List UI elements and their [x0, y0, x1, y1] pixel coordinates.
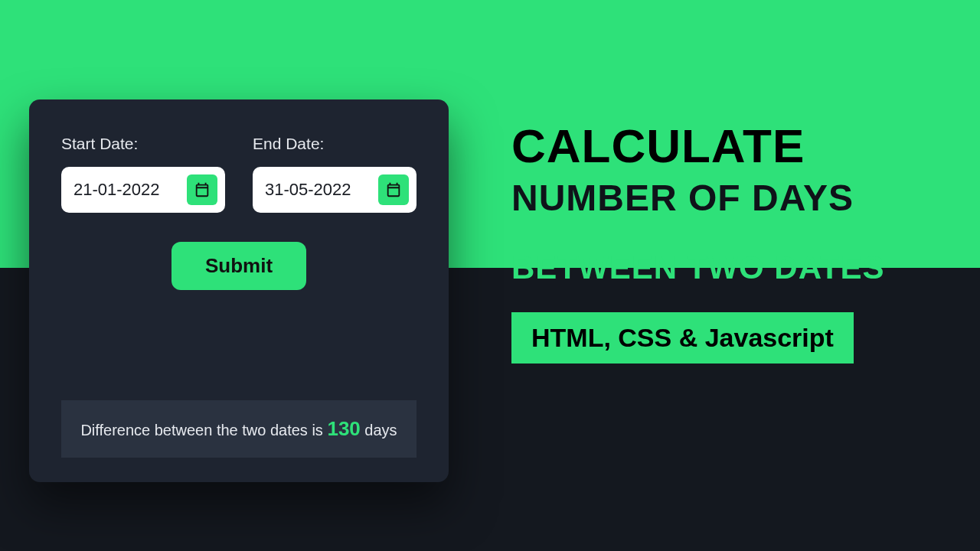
start-date-input[interactable]: 21-01-2022 — [61, 167, 225, 213]
end-date-input[interactable]: 31-05-2022 — [253, 167, 416, 213]
headline-line-3: BETWEEN TWO DATES — [511, 251, 956, 285]
end-date-value: 31-05-2022 — [265, 180, 351, 200]
result-prefix: Difference between the two dates is — [80, 422, 327, 439]
end-date-field: End Date: 31-05-2022 — [253, 135, 416, 213]
calendar-icon[interactable] — [187, 174, 217, 205]
date-inputs-row: Start Date: 21-01-2022 End Date: 31-05-2… — [61, 135, 416, 213]
tech-badge: HTML, CSS & Javascript — [511, 312, 854, 364]
end-date-label: End Date: — [253, 135, 416, 153]
result-value: 130 — [327, 417, 360, 440]
submit-button[interactable]: Submit — [172, 242, 306, 290]
headline-line-1: CALCULATE — [511, 122, 956, 170]
headline-block: CALCULATE NUMBER OF DAYS BETWEEN TWO DAT… — [511, 122, 956, 364]
result-banner: Difference between the two dates is 130 … — [61, 400, 416, 458]
start-date-field: Start Date: 21-01-2022 — [61, 135, 225, 213]
calendar-icon[interactable] — [378, 174, 409, 205]
result-suffix: days — [361, 422, 397, 439]
headline-line-2: NUMBER OF DAYS — [511, 179, 956, 217]
start-date-label: Start Date: — [61, 135, 225, 153]
date-calculator-card: Start Date: 21-01-2022 End Date: 31-05-2… — [29, 99, 449, 482]
start-date-value: 21-01-2022 — [74, 180, 160, 200]
